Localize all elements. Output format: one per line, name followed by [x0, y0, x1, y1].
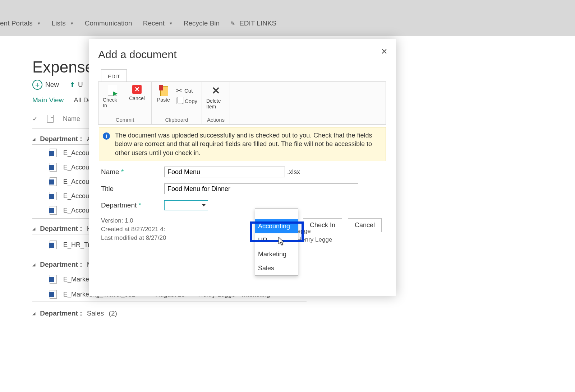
dropdown-option-marketing[interactable]: Marketing	[255, 247, 298, 261]
close-button[interactable]: ✕	[381, 47, 387, 56]
cancel-ribbon-button[interactable]: ✕Cancel	[127, 85, 147, 101]
ribbon-group-commit: Commit	[98, 116, 151, 124]
title-input[interactable]	[164, 183, 358, 194]
paste-icon	[159, 85, 168, 95]
copy-button[interactable]: Copy	[176, 98, 197, 104]
cancel-icon: ✕	[132, 85, 142, 94]
delete-icon: ✕	[212, 85, 220, 97]
created-text: Created at 8/27/2021 4:	[101, 226, 165, 233]
modified-text: Last modified at 8/27/20	[101, 234, 166, 242]
department-select[interactable]	[164, 200, 208, 210]
cut-button[interactable]: ✂Cut	[176, 86, 197, 95]
dialog-title: Add a document	[98, 48, 176, 61]
check-in-button[interactable]: Check In	[103, 85, 122, 108]
cut-icon: ✂	[176, 86, 182, 95]
department-row: Department *	[101, 200, 208, 210]
name-input[interactable]	[164, 167, 285, 177]
dropdown-option-accounting[interactable]: Accounting	[255, 219, 298, 233]
version-text: Version: 1.0	[101, 217, 133, 224]
dialog-buttons: Check In Cancel	[303, 218, 382, 232]
info-icon: i	[103, 132, 110, 140]
dropdown-option-blank[interactable]	[255, 209, 298, 219]
file-extension: .xlsx	[287, 168, 300, 176]
copy-icon	[176, 98, 183, 104]
delete-item-button[interactable]: ✕Delete Item	[206, 85, 225, 109]
name-label: Name *	[101, 168, 164, 176]
title-row: Title	[101, 183, 358, 194]
department-label: Department *	[101, 201, 164, 209]
dropdown-option-hr[interactable]: HR	[255, 233, 298, 247]
add-document-dialog: ✕ Add a document EDIT Check In ✕Cancel C…	[89, 39, 396, 296]
dropdown-option-sales[interactable]: Sales	[255, 261, 298, 275]
modal-overlay: ✕ Add a document EDIT Check In ✕Cancel C…	[0, 0, 575, 392]
modified-by-tail: Henry Legge	[297, 236, 332, 243]
info-banner: i The document was uploaded successfully…	[99, 127, 386, 161]
check-in-icon	[108, 85, 117, 95]
title-label: Title	[101, 185, 164, 193]
ribbon: Check In ✕Cancel Commit Paste ✂Cut Copy …	[98, 81, 386, 125]
name-row: Name * .xlsx	[101, 167, 300, 177]
created-by-tail: egge	[297, 228, 311, 235]
paste-button[interactable]: Paste	[156, 85, 171, 103]
ribbon-group-actions: Actions	[202, 116, 230, 124]
department-dropdown: Accounting HR Marketing Sales	[255, 208, 298, 276]
ribbon-group-clipboard: Clipboard	[152, 116, 202, 124]
cancel-dialog-button[interactable]: Cancel	[348, 218, 382, 232]
